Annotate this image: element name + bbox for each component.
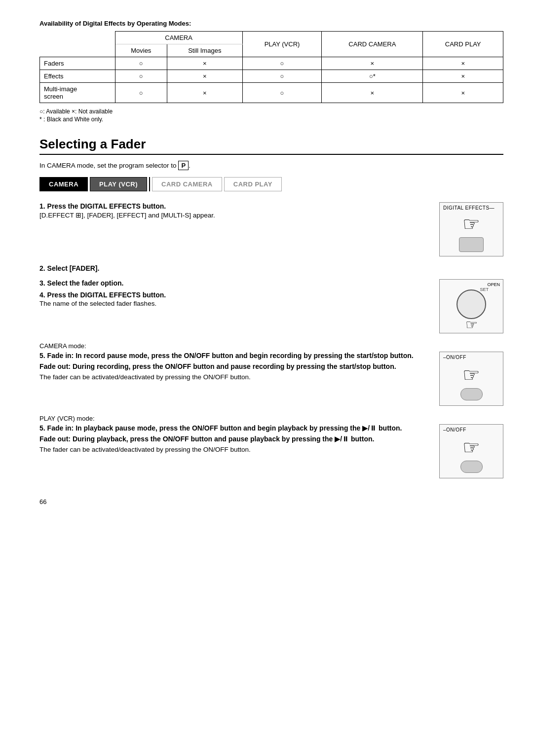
step-5-play-sub: The fader can be activated/deactivated b… xyxy=(39,446,429,453)
mode-card-play[interactable]: CARD PLAY xyxy=(224,177,282,191)
intro-text-label: In CAMERA mode, set the program selector… xyxy=(39,162,177,169)
fader-section: Selecting a Fader In CAMERA mode, set th… xyxy=(39,137,503,483)
camera-mode-label: CAMERA mode: xyxy=(39,342,503,350)
step-4-title: 4. Press the DIGITAL EFFECTS button. xyxy=(39,291,429,299)
faders-movies: ○ xyxy=(115,57,167,70)
onoff-label-play: –ON/OFF xyxy=(443,427,466,432)
legend: ○: Available ×: Not available * : Black … xyxy=(39,108,503,123)
multi-still: × xyxy=(167,83,243,103)
digital-effects-box: DIGITAL EFFECTS— ☞ xyxy=(439,202,503,256)
onoff-box-play: –ON/OFF ☞ xyxy=(439,424,503,478)
hand-press-icon: ☞ xyxy=(462,213,480,235)
step-5-camera-fadeout: Fade out: During recording, press the ON… xyxy=(39,362,429,370)
step-5-camera-image: –ON/OFF ☞ xyxy=(439,352,503,411)
step-5-play-title: 5. Fade in: In playback pause mode, pres… xyxy=(39,424,429,432)
step-5-camera-block: 5. Fade in: In record pause mode, press … xyxy=(39,352,503,411)
onoff-hand-icon-camera: ☞ xyxy=(462,363,480,386)
step-4-num: 4. xyxy=(39,291,47,299)
effects-play-vcr: ○ xyxy=(242,70,322,83)
step-3-4-block: 3. Select the fader option. 4. Press the… xyxy=(39,279,503,338)
effects-card-play: × xyxy=(423,70,503,83)
table-row: Faders ○ × ○ × × xyxy=(40,57,503,70)
legend-line2: * : Black and White only. xyxy=(39,116,503,123)
step-1-title-label: Press the DIGITAL EFFECTS button. xyxy=(47,202,166,210)
digital-effects-label: DIGITAL EFFECTS— xyxy=(443,205,495,211)
dial-graphic: SET xyxy=(454,287,489,316)
col-card-play: CARD PLAY xyxy=(423,32,503,57)
multi-card-play: × xyxy=(423,83,503,103)
step-3-label: Select the fader option. xyxy=(47,279,124,287)
step-5-camera-fadein: Fade in: In record pause mode, press the… xyxy=(47,352,414,360)
onoff-box-camera: –ON/OFF ☞ xyxy=(439,352,503,406)
step-5-camera-title: 5. Fade in: In record pause mode, press … xyxy=(39,352,429,360)
multi-card-camera: × xyxy=(322,83,423,103)
step-4: 4. Press the DIGITAL EFFECTS button. The… xyxy=(39,291,429,307)
row-label-effects: Effects xyxy=(40,70,115,83)
col-camera: CAMERA xyxy=(115,32,242,44)
row-label-faders: Faders xyxy=(40,57,115,70)
onoff-button-camera xyxy=(460,388,483,400)
row-label-multi: Multi-imagescreen xyxy=(40,83,115,103)
table-row: Multi-imagescreen ○ × ○ × × xyxy=(40,83,503,103)
step-2-title: 2. Select [FADER]. xyxy=(39,264,503,272)
page-number: 66 xyxy=(39,498,503,505)
prog-symbol: P xyxy=(178,161,189,170)
mode-bar: CAMERA PLAY (VCR) CARD CAMERA CARD PLAY xyxy=(39,177,503,191)
col-movies: Movies xyxy=(115,44,167,57)
step-3-title: 3. Select the fader option. xyxy=(39,279,429,287)
step-4-image: OPEN SET ☞ xyxy=(439,279,503,338)
col-still: Still Images xyxy=(167,44,243,57)
play-vcr-mode-label: PLAY (VCR) mode: xyxy=(39,415,503,422)
onoff-button-play xyxy=(460,461,483,473)
step-3-num: 3. xyxy=(39,279,47,287)
step-1-block: 1. Press the DIGITAL EFFECTS button. [D.… xyxy=(39,202,503,261)
step-5-camera-num: 5. xyxy=(39,352,47,360)
step-1-title: 1. Press the DIGITAL EFFECTS button. xyxy=(39,202,429,210)
dial-circle xyxy=(457,289,486,319)
mode-card-camera[interactable]: CARD CAMERA xyxy=(152,177,222,191)
faders-play-vcr: ○ xyxy=(242,57,322,70)
availability-heading: Availability of Digital Effects by Opera… xyxy=(39,20,503,27)
effects-still: × xyxy=(167,70,243,83)
step-1-num: 1. xyxy=(39,202,47,210)
step-5-play-text: 5. Fade in: In playback pause mode, pres… xyxy=(39,424,429,453)
legend-line1: ○: Available ×: Not available xyxy=(39,108,503,115)
mode-divider xyxy=(149,177,150,191)
step-5-play-num: 5. xyxy=(39,424,47,432)
button-graphic xyxy=(459,237,484,252)
table-row: Effects ○ × ○ ○* × xyxy=(40,70,503,83)
intro-text: In CAMERA mode, set the program selector… xyxy=(39,161,503,170)
step-5-camera-text: 5. Fade in: In record pause mode, press … xyxy=(39,352,429,381)
mode-camera[interactable]: CAMERA xyxy=(39,177,88,191)
step-5-play-fadein: Fade in: In playback pause mode, press t… xyxy=(47,424,402,432)
step-5-play-image: –ON/OFF ☞ xyxy=(439,424,503,483)
multi-play-vcr: ○ xyxy=(242,83,322,103)
step-2-label: Select [FADER]. xyxy=(47,264,100,272)
step-2: 2. Select [FADER]. xyxy=(39,264,503,272)
step-1-image: DIGITAL EFFECTS— ☞ xyxy=(439,202,503,261)
col-play-vcr: PLAY (VCR) xyxy=(242,32,322,57)
step-4-sub: The name of the selected fader flashes. xyxy=(39,300,429,307)
onoff-label-camera: –ON/OFF xyxy=(443,355,466,360)
step-5-play-fadeout: Fade out: During playback, press the ON/… xyxy=(39,435,429,443)
mode-play-vcr[interactable]: PLAY (VCR) xyxy=(90,177,147,191)
effects-card-camera: ○* xyxy=(322,70,423,83)
step-5-camera-sub: The fader can be activated/deactivated b… xyxy=(39,373,429,381)
step-5-play-block: 5. Fade in: In playback pause mode, pres… xyxy=(39,424,503,483)
effects-movies: ○ xyxy=(115,70,167,83)
multi-movies: ○ xyxy=(115,83,167,103)
col-card-camera: CARD CAMERA xyxy=(322,32,423,57)
step-1-sub: [D.EFFECT ⊞], [FADER], [EFFECT] and [MUL… xyxy=(39,211,429,219)
dial-box: OPEN SET ☞ xyxy=(439,279,503,333)
faders-still: × xyxy=(167,57,243,70)
availability-section: Availability of Digital Effects by Opera… xyxy=(39,20,503,123)
step-2-num: 2. xyxy=(39,264,47,272)
step-1-text: 1. Press the DIGITAL EFFECTS button. [D.… xyxy=(39,202,429,219)
dial-open-label: OPEN xyxy=(487,282,500,287)
availability-table: CAMERA PLAY (VCR) CARD CAMERA CARD PLAY … xyxy=(39,31,503,103)
faders-card-play: × xyxy=(423,57,503,70)
onoff-hand-icon-play: ☞ xyxy=(462,436,480,459)
step-3: 3. Select the fader option. xyxy=(39,279,429,287)
step-3-4-text: 3. Select the fader option. 4. Press the… xyxy=(39,279,429,314)
fader-title: Selecting a Fader xyxy=(39,137,503,155)
